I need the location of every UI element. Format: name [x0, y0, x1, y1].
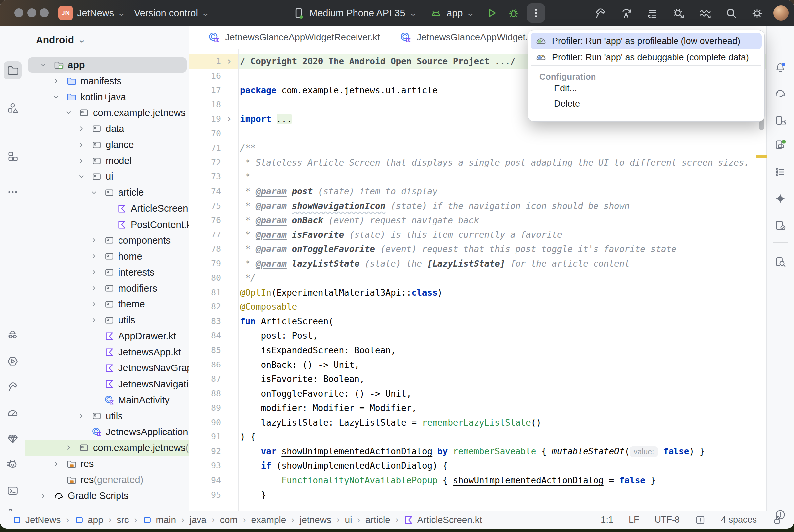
app-quality-insights-button[interactable]: [4, 430, 22, 448]
chevron-right-icon[interactable]: [78, 125, 85, 132]
tree-item-home[interactable]: home: [25, 248, 189, 264]
build-button[interactable]: [594, 7, 607, 20]
warning-stripe-mark[interactable]: [757, 155, 768, 158]
project-view-selector[interactable]: Android⌄: [36, 33, 85, 48]
chevron-right-icon[interactable]: [78, 141, 85, 149]
popup-delete-item[interactable]: Delete: [554, 97, 580, 111]
tree-item-glance[interactable]: glance: [25, 137, 189, 153]
tree-item-manifests[interactable]: manifests: [25, 73, 189, 89]
logcat-button[interactable]: [4, 456, 22, 474]
bookmarks-button[interactable]: [772, 163, 789, 181]
running-devices-tool-button[interactable]: [4, 352, 22, 370]
tree-item-app[interactable]: app: [25, 57, 189, 73]
profiler-button[interactable]: [699, 7, 712, 20]
breadcrumb-com[interactable]: com: [220, 515, 238, 525]
caret-position[interactable]: 1:1: [601, 515, 613, 525]
device-explorer-button[interactable]: [772, 253, 789, 271]
chevron-right-icon[interactable]: [90, 317, 97, 324]
tree-item-model[interactable]: model: [25, 153, 189, 169]
line-separator[interactable]: LF: [629, 515, 639, 525]
tree-item-interests[interactable]: interests: [25, 264, 189, 280]
tree-item-com-example-jetnews[interactable]: com.example.jetnews: [25, 105, 189, 121]
more-run-options-button[interactable]: [527, 3, 545, 22]
fold-marker-icon[interactable]: ›: [226, 54, 232, 69]
tree-item-gradle-scripts[interactable]: Gradle Scripts: [25, 488, 189, 504]
breadcrumb-example[interactable]: example: [251, 515, 286, 525]
tree-item-utils[interactable]: utils: [25, 408, 189, 424]
tree-item-res[interactable]: res (generated): [25, 472, 189, 488]
device-manager-button[interactable]: [772, 112, 789, 130]
tree-item-articlescreen-kt[interactable]: ArticleScreen.kt: [25, 201, 189, 216]
chevron-right-icon[interactable]: [65, 444, 72, 451]
popup-item-2[interactable]: Profiler: Run 'app' as debuggable (compl…: [531, 49, 762, 66]
tree-item-kotlin-java[interactable]: kotlin+java: [25, 89, 189, 105]
tree-item-article[interactable]: article: [25, 185, 189, 201]
terminal-button[interactable]: [4, 481, 22, 499]
tree-item-appdrawer-kt[interactable]: AppDrawer.kt: [25, 328, 189, 344]
chevron-right-icon[interactable]: [52, 460, 60, 468]
resource-manager-button[interactable]: [4, 99, 22, 117]
device-selector[interactable]: Medium Phone API 35⌄: [309, 0, 416, 26]
structure-tool-button[interactable]: [4, 147, 22, 165]
tree-item-data[interactable]: data: [25, 121, 189, 137]
breadcrumb-java[interactable]: java: [189, 515, 206, 525]
encoding[interactable]: UTF-8: [654, 515, 680, 525]
gemini-button[interactable]: [772, 190, 789, 208]
chevron-right-icon[interactable]: [90, 269, 97, 276]
popup-edit-item[interactable]: Edit...: [554, 81, 577, 95]
window-minimize-button[interactable]: [27, 8, 36, 17]
chevron-right-icon[interactable]: [90, 237, 97, 244]
run-config-selector[interactable]: app⌄: [447, 0, 474, 26]
breadcrumb-jetnews[interactable]: JetNews: [12, 515, 61, 525]
window-close-button[interactable]: [14, 8, 23, 17]
tree-item-modifiers[interactable]: modifiers: [25, 280, 189, 296]
chevron-right-icon[interactable]: [78, 412, 85, 420]
breadcrumb-main[interactable]: main: [142, 515, 176, 525]
tree-item-ui[interactable]: ui: [25, 169, 189, 185]
editor-tab-1[interactable]: JetnewsGlanceAppWidgetReceiver.kt: [199, 26, 390, 49]
user-avatar[interactable]: [773, 5, 789, 21]
chevron-down-icon[interactable]: [90, 189, 97, 196]
tree-item-jetnewsapplication[interactable]: JetnewsApplication: [25, 424, 189, 440]
breadcrumb-ui[interactable]: ui: [345, 515, 352, 525]
more-tool-windows-button[interactable]: [4, 183, 22, 201]
indent-setting[interactable]: 4 spaces: [721, 515, 757, 525]
chevron-down-icon[interactable]: [52, 93, 60, 100]
inspections-widget[interactable]: [695, 515, 706, 525]
chevron-right-icon[interactable]: [52, 77, 60, 84]
settings-button[interactable]: [751, 7, 763, 20]
chevron-down-icon[interactable]: [78, 173, 85, 180]
app-inspection-button[interactable]: [4, 326, 22, 344]
popup-item-1[interactable]: Profiler: Run 'app' as profileable (low …: [531, 33, 762, 50]
project-tool-button[interactable]: [4, 61, 22, 79]
breadcrumb-article[interactable]: article: [366, 515, 390, 525]
tree-item-jetnewsnavgraph-kt[interactable]: JetnewsNavGraph.kt: [25, 360, 189, 376]
project-menu[interactable]: JetNews⌄: [77, 0, 125, 26]
window-zoom-button[interactable]: [40, 8, 49, 17]
vcs-menu[interactable]: Version control⌄: [134, 0, 208, 26]
chevron-right-icon[interactable]: [90, 253, 97, 260]
breadcrumb-app[interactable]: app: [74, 515, 103, 525]
editor-tab-2[interactable]: JetnewsGlanceAppWidget.kt: [390, 26, 546, 49]
attach-debugger-button[interactable]: [672, 7, 685, 20]
profiler-tool-button[interactable]: [4, 404, 22, 422]
breadcrumb-jetnews[interactable]: jetnews: [300, 515, 331, 525]
breadcrumb-articlescreen-kt[interactable]: ArticleScreen.kt: [404, 515, 482, 525]
gradle-button[interactable]: [772, 84, 789, 102]
build-tool-button[interactable]: [4, 378, 22, 396]
run-button[interactable]: [485, 7, 498, 19]
tree-item-utils[interactable]: utils: [25, 312, 189, 328]
notifications-button[interactable]: [772, 59, 789, 77]
chevron-down-icon[interactable]: [40, 61, 47, 69]
chevron-right-icon[interactable]: [40, 492, 47, 499]
tree-item-jetnewsnavigation-kt[interactable]: JetnewsNavigation.kt: [25, 376, 189, 392]
tree-item-theme[interactable]: theme: [25, 297, 189, 312]
device-mirroring-button[interactable]: [772, 216, 789, 234]
tree-item-postcontent-kt[interactable]: PostContent.kt: [25, 216, 189, 232]
sync-project-button[interactable]: [620, 7, 633, 20]
fold-marker-icon[interactable]: ›: [226, 112, 232, 126]
chevron-right-icon[interactable]: [90, 285, 97, 292]
breadcrumb-src[interactable]: src: [116, 515, 129, 525]
chevron-down-icon[interactable]: [65, 109, 72, 116]
tree-item-com-example-jetnews[interactable]: com.example.jetnews (androidTest): [25, 440, 189, 456]
